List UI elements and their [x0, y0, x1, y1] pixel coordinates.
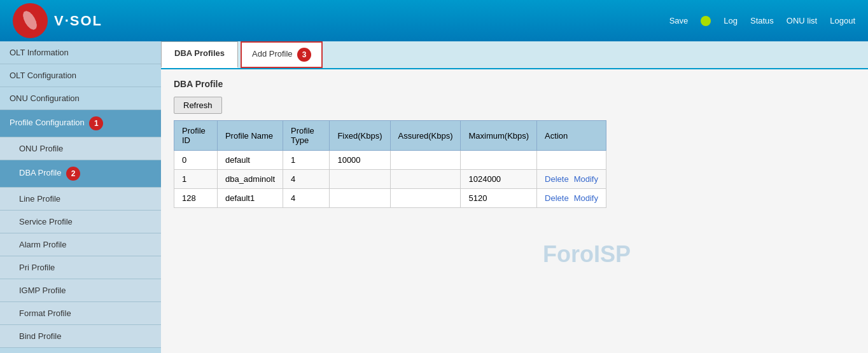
- sidebar-item-system-config[interactable]: System Configuration: [0, 348, 161, 353]
- tab-bar: DBA Profiles Add Profile 3: [161, 41, 868, 69]
- sidebar-item-service-profile[interactable]: Service Profile: [0, 211, 161, 233]
- cell-4-row-2: [390, 189, 461, 208]
- cell-3-row-0: 10000: [330, 151, 390, 170]
- sidebar-item-dba-profile[interactable]: DBA Profile 2: [0, 160, 161, 188]
- sidebar-item-bind-profile[interactable]: Bind Profile: [0, 325, 161, 348]
- status-indicator: [701, 16, 711, 26]
- col-header-profile-type: Profile Type: [283, 121, 330, 151]
- logo-icon: [13, 3, 48, 38]
- cell-4-row-0: [390, 151, 461, 170]
- table-row: 128default145120DeleteModify: [174, 189, 606, 208]
- col-header-action: Action: [537, 121, 606, 151]
- col-header-profile-name: Profile Name: [217, 121, 283, 151]
- save-label: Save: [669, 16, 689, 25]
- sidebar-item-olt-config[interactable]: OLT Configuration: [0, 64, 161, 87]
- cell-4-row-1: [390, 170, 461, 189]
- modify-link-row-2[interactable]: Modify: [574, 193, 598, 203]
- sidebar-item-format-profile[interactable]: Format Profile: [0, 302, 161, 325]
- sidebar-item-igmp-profile[interactable]: IGMP Profile: [0, 279, 161, 302]
- tab-add-profile[interactable]: Add Profile 3: [241, 41, 323, 68]
- cell-5-row-0: [461, 151, 537, 170]
- table-row: 1dba_adminolt41024000DeleteModify: [174, 170, 606, 189]
- sidebar-item-pri-profile[interactable]: Pri Profile: [0, 256, 161, 279]
- col-header-profile-id: Profile ID: [174, 121, 218, 151]
- cell-1-row-0: default: [217, 151, 283, 170]
- cell-3-row-1: [330, 170, 390, 189]
- dba-profile-table: Profile IDProfile NameProfile TypeFixed(…: [174, 120, 606, 208]
- cell-1-row-2: default1: [217, 189, 283, 208]
- cell-2-row-1: 4: [283, 170, 330, 189]
- cell-3-row-2: [330, 189, 390, 208]
- col-header-assured-kbps-: Assured(Kbps): [390, 121, 461, 151]
- watermark: ForoISP: [543, 241, 631, 268]
- cell-0-row-0: 0: [174, 151, 218, 170]
- sidebar: OLT InformationOLT ConfigurationONU Conf…: [0, 41, 161, 353]
- col-header-maximum-kbps-: Maximum(Kbps): [461, 121, 537, 151]
- sidebar-item-olt-info[interactable]: OLT Information: [0, 41, 161, 64]
- cell-0-row-1: 1: [174, 170, 218, 189]
- cell-1-row-1: dba_adminolt: [217, 170, 283, 189]
- action-cell-row-0: [537, 151, 606, 170]
- col-header-fixed-kbps-: Fixed(Kbps): [330, 121, 390, 151]
- layout: OLT InformationOLT ConfigurationONU Conf…: [0, 41, 868, 353]
- logout-link[interactable]: Logout: [830, 16, 855, 25]
- main-content: DBA Profiles Add Profile 3 DBA Profile R…: [161, 41, 868, 353]
- cell-2-row-2: 4: [283, 189, 330, 208]
- delete-link-row-2[interactable]: Delete: [545, 193, 569, 203]
- refresh-button[interactable]: Refresh: [174, 97, 222, 114]
- status-link[interactable]: Status: [750, 16, 774, 25]
- table-row: 0default110000: [174, 151, 606, 170]
- cell-5-row-1: 1024000: [461, 170, 537, 189]
- cell-0-row-2: 128: [174, 189, 218, 208]
- profile-config-badge: 1: [89, 116, 103, 130]
- dba-profile-badge: 2: [66, 167, 80, 181]
- sidebar-item-profile-config[interactable]: Profile Configuration 1: [0, 110, 161, 137]
- action-cell-row-2: DeleteModify: [537, 189, 606, 208]
- brand-name: V·SOL: [54, 13, 102, 29]
- onu-list-link[interactable]: ONU list: [787, 16, 817, 25]
- log-link[interactable]: Log: [724, 16, 738, 25]
- action-cell-row-1: DeleteModify: [537, 170, 606, 189]
- cell-5-row-2: 5120: [461, 189, 537, 208]
- add-profile-badge: 3: [297, 48, 311, 62]
- cell-2-row-0: 1: [283, 151, 330, 170]
- sidebar-item-alarm-profile[interactable]: Alarm Profile: [0, 233, 161, 256]
- sidebar-item-line-profile[interactable]: Line Profile: [0, 188, 161, 211]
- sidebar-item-onu-profile[interactable]: ONU Profile: [0, 137, 161, 160]
- modify-link-row-1[interactable]: Modify: [574, 174, 598, 184]
- logo-area: V·SOL: [13, 3, 102, 38]
- sidebar-item-onu-config[interactable]: ONU Configuration: [0, 87, 161, 110]
- delete-link-row-1[interactable]: Delete: [545, 174, 569, 184]
- header: V·SOL Save Log Status ONU list Logout: [0, 0, 868, 41]
- page-title: DBA Profile: [174, 79, 855, 89]
- header-nav: Save Log Status ONU list Logout: [669, 16, 855, 26]
- content-area: DBA Profile Refresh Profile IDProfile Na…: [161, 69, 868, 218]
- tab-dba-profiles[interactable]: DBA Profiles: [161, 41, 238, 68]
